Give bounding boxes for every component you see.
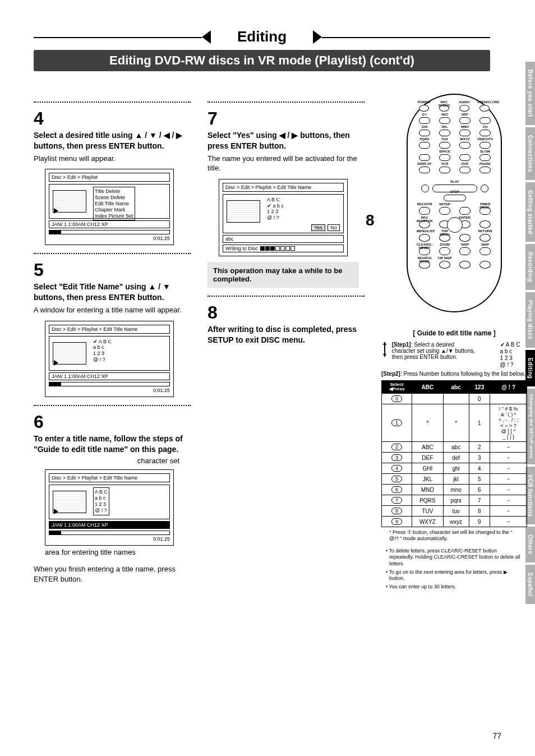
progress-cells bbox=[260, 246, 295, 251]
remote-label: SKIP bbox=[477, 243, 493, 246]
remote-label: DEF bbox=[457, 113, 473, 116]
remote-label: ABC bbox=[437, 113, 453, 116]
osd-step4: Disc > Edit > Playlist Title DeleteScene… bbox=[45, 169, 174, 245]
yes-button[interactable]: Yes bbox=[311, 224, 325, 231]
remote-button bbox=[439, 167, 450, 173]
step7-body: The name you entered will be activated f… bbox=[207, 154, 370, 173]
osd-breadcrumb: Disc > Edit > Playlist > Edit Title Name bbox=[49, 473, 170, 482]
guide-title: [ Guide to edit title name ] bbox=[381, 329, 527, 337]
remote-button bbox=[481, 185, 488, 192]
remote-label: REC SPEED bbox=[437, 100, 451, 107]
osd-menu-list: Title DeleteScene DeleteEdit Title NameC… bbox=[93, 187, 135, 220]
remote-button bbox=[459, 234, 471, 242]
osd-status-text: JAN/ 1 1:00AM CH12 XP bbox=[52, 222, 108, 227]
remote-button bbox=[459, 105, 469, 112]
guide-step2: [Step2]: Press Number buttons following … bbox=[381, 371, 527, 377]
step4-body: Playlist menu will appear. bbox=[34, 154, 196, 164]
separator bbox=[34, 102, 191, 103]
subsection-text: Editing DVD-RW discs in VR mode (Playlis… bbox=[109, 53, 414, 67]
step4-heading: Select a desired title using ▲ / ▼ / ◀ /… bbox=[34, 130, 196, 151]
remote-label: SEARCH MODE bbox=[417, 256, 432, 263]
osd-writing-bar: Writing to Disc bbox=[223, 245, 344, 252]
remote-label: SETUP bbox=[437, 202, 453, 206]
page-number: 77 bbox=[492, 731, 501, 740]
remote-label: SKIP bbox=[457, 243, 473, 246]
remote-button bbox=[439, 130, 450, 136]
remote-button bbox=[439, 207, 450, 215]
play-icon bbox=[54, 360, 58, 366]
play-icon bbox=[54, 208, 58, 214]
step-number-6: 6 bbox=[34, 412, 196, 432]
caption-charset: character set bbox=[45, 457, 179, 465]
step-number-7: 7 bbox=[207, 108, 370, 129]
remote-label: PQRS bbox=[417, 137, 432, 141]
osd-status-text: JAN/ 1 1:00AM CH12 XP bbox=[52, 374, 108, 379]
separator bbox=[34, 253, 191, 254]
column-middle: 7 Select "Yes" using ◀ / ▶ buttons, then… bbox=[207, 94, 370, 592]
remote-button bbox=[439, 154, 450, 161]
remote-button bbox=[459, 247, 471, 255]
osd-breadcrumb: Disc > Edit > Playlist > Edit Title Name bbox=[223, 183, 344, 192]
column-right: 8 4567 POWERREC SPEEDAUDIOOPEN/CLOSE@!:A… bbox=[381, 94, 527, 592]
osd-step5: Disc > Edit > Playlist > Edit Title Name… bbox=[45, 321, 174, 397]
updown-arrow-icon bbox=[381, 342, 388, 357]
separator bbox=[207, 102, 365, 103]
remote-label: AUDIO bbox=[457, 100, 472, 104]
remote-label: CLEAR/C-RESET bbox=[417, 243, 432, 250]
remote-label: RETURN bbox=[477, 229, 493, 233]
remote-button bbox=[459, 261, 471, 269]
play-icon bbox=[54, 509, 58, 514]
progress-bar bbox=[49, 382, 170, 386]
osd-input-field: abc bbox=[223, 235, 344, 243]
remote-label: PAUSE bbox=[477, 162, 493, 165]
remote-button bbox=[419, 117, 430, 124]
writing-label: Writing to Disc bbox=[225, 246, 258, 251]
section-title-text: Editing bbox=[237, 28, 287, 45]
thumbnail-icon bbox=[227, 200, 260, 223]
progress-bar bbox=[49, 230, 170, 234]
remote-button bbox=[459, 117, 471, 124]
remote-label: POWER bbox=[417, 100, 431, 104]
step8-heading: After writing to disc is completed, pres… bbox=[207, 324, 370, 345]
remote-label: MENU/LIST bbox=[417, 229, 432, 233]
osd-charset-list: A B Ca b c1 2 3@ ! ? bbox=[93, 487, 109, 515]
osd-status-bar: JAN/ 1 1:00AM CH12 XP bbox=[49, 521, 170, 529]
remote-label: CH bbox=[477, 125, 493, 128]
remote-label: TUV bbox=[437, 137, 453, 141]
step6-heading: To enter a title name, follow the steps … bbox=[34, 434, 196, 455]
remote-label: GHI bbox=[417, 125, 432, 128]
guide-step1: [Step1]: [Step1]: Select a desired chara… bbox=[381, 342, 527, 368]
remote-button bbox=[421, 185, 429, 192]
note-box: This operation may take a while to be co… bbox=[207, 262, 359, 288]
osd-time: 0:01:25 bbox=[49, 388, 170, 393]
remote-button bbox=[459, 167, 471, 173]
remote-label: @!: bbox=[417, 113, 432, 116]
remote-button bbox=[439, 247, 450, 255]
remote-button bbox=[419, 167, 430, 173]
osd-status-text: JAN/ 1 1:00AM CH12 XP bbox=[52, 522, 108, 528]
guide-footnote: * Press ① button, character set will be … bbox=[389, 529, 523, 542]
guide-charset-list: ✔ A B C a b c 1 2 3 @ ! ? bbox=[500, 342, 520, 368]
remote-label: MNO bbox=[457, 125, 473, 128]
osd-step6: Disc > Edit > Playlist > Edit Title Name… bbox=[45, 469, 174, 546]
column-left: 4 Select a desired title using ▲ / ▼ / ◀… bbox=[34, 94, 196, 592]
step-number-8: 8 bbox=[207, 302, 370, 323]
remote-button bbox=[479, 220, 491, 228]
no-button[interactable]: No bbox=[328, 224, 340, 231]
remote-button bbox=[479, 247, 491, 255]
remote-label: PLAY bbox=[430, 180, 479, 183]
remote-label: SPACE bbox=[437, 150, 453, 153]
remote-button bbox=[419, 154, 430, 161]
remote-button bbox=[479, 117, 491, 124]
remote-button bbox=[439, 117, 450, 124]
remote-label: JKL bbox=[437, 125, 453, 128]
remote-label: SLOW bbox=[477, 150, 493, 153]
step6-after: When you finish entering a title name, p… bbox=[34, 564, 196, 584]
remote-label: WXYZ bbox=[457, 137, 473, 141]
remote-label: CM SKIP bbox=[437, 256, 453, 260]
remote-button bbox=[479, 105, 490, 112]
step-number-4: 4 bbox=[34, 108, 196, 129]
remote-button bbox=[459, 154, 471, 161]
osd-status-bar: JAN/ 1 1:00AM CH12 XP bbox=[49, 372, 170, 380]
remote-label: VIDEO/TV bbox=[477, 137, 493, 141]
